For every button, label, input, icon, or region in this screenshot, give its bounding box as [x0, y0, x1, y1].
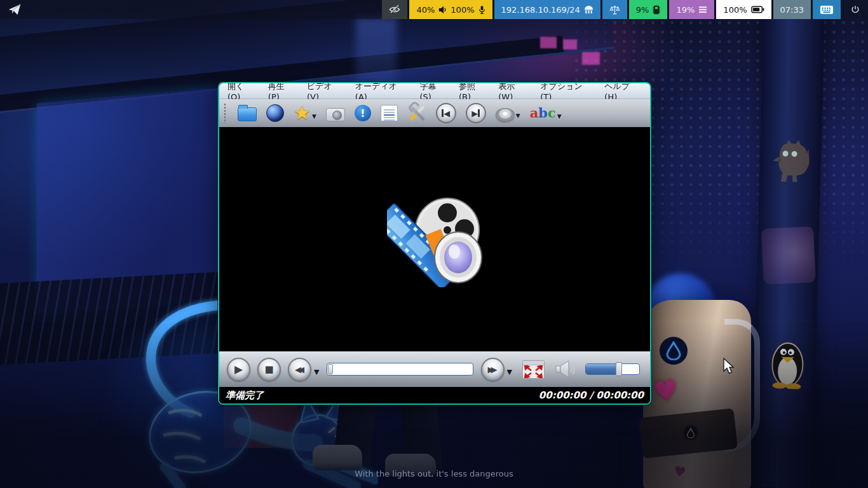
- network-icon: [584, 6, 593, 14]
- status-bar: 準備完了 00:00:00 / 00:00:00: [219, 387, 650, 403]
- wallpaper-caption: With the lights out, it's less dangerous: [0, 469, 868, 478]
- toolbar-drag-handle[interactable]: [223, 103, 227, 123]
- battery-value: 100%: [723, 5, 747, 15]
- video-display-area[interactable]: [219, 127, 650, 351]
- clock-module[interactable]: 07:33: [773, 0, 811, 19]
- mute-button[interactable]: ▼: [496, 105, 520, 121]
- fullscreen-arrows-icon: [523, 365, 544, 378]
- previous-icon: ◀: [436, 103, 456, 123]
- globe-icon: [266, 104, 284, 122]
- subtitles-dropdown-arrow[interactable]: ▼: [557, 113, 562, 122]
- preferences-button[interactable]: [407, 104, 426, 123]
- rewind-button[interactable]: ◀◀: [288, 358, 311, 381]
- topbar-left: [0, 0, 380, 19]
- play-button[interactable]: ▶: [227, 358, 250, 381]
- keyboard-layout-module[interactable]: [813, 0, 841, 19]
- cat-sticker: [771, 139, 811, 185]
- next-track-button[interactable]: ▶: [466, 103, 486, 123]
- previous-track-button[interactable]: ◀: [436, 103, 456, 123]
- microphone-icon: [478, 5, 485, 15]
- open-url-button[interactable]: [266, 104, 284, 122]
- top-status-bar: 40% 100% 192.168.10.169/24 9%: [0, 0, 868, 19]
- menu-audio[interactable]: オーディオ(A): [349, 82, 414, 102]
- battery-module[interactable]: 100%: [716, 0, 771, 19]
- audio-dropdown-arrow[interactable]: ▼: [516, 112, 520, 121]
- favorites-dropdown-arrow[interactable]: ▼: [312, 113, 316, 122]
- star-icon: ★: [294, 104, 311, 122]
- camera-icon: [326, 108, 345, 121]
- rewind-dropdown-arrow[interactable]: ▼: [314, 368, 319, 376]
- open-file-button[interactable]: [238, 105, 257, 121]
- status-text: 準備完了: [226, 390, 264, 402]
- volume-slider-fill: [586, 364, 619, 374]
- file-properties-button[interactable]: !: [355, 105, 371, 121]
- menu-browse[interactable]: 参照(B): [453, 82, 492, 102]
- next-icon: ▶: [466, 103, 486, 123]
- chip-icon: [653, 5, 660, 15]
- menu-options[interactable]: オプション(T): [534, 82, 599, 102]
- seek-slider-handle[interactable]: [328, 364, 333, 374]
- volume-speaker-icon[interactable]: [555, 360, 576, 379]
- fullscreen-button[interactable]: [522, 360, 545, 379]
- time-display: 00:00:00 / 00:00:00: [539, 390, 644, 401]
- info-icon: !: [355, 105, 371, 121]
- playlist-icon: [381, 105, 398, 121]
- list-icon: [698, 6, 707, 13]
- playlist-button[interactable]: [381, 105, 398, 121]
- power-module[interactable]: [843, 0, 868, 19]
- speaker-icon: [438, 6, 447, 14]
- screenshot-button[interactable]: [326, 105, 345, 121]
- anime-girl-sticker: [761, 226, 816, 284]
- mouse-cursor: [723, 358, 736, 376]
- memory-module[interactable]: 19%: [669, 0, 714, 19]
- subtitles-button[interactable]: abc ▼: [530, 104, 562, 122]
- menu-play[interactable]: 再生(P): [262, 82, 301, 102]
- cpu-value: 9%: [636, 5, 649, 15]
- abc-subtitles-icon: abc: [530, 104, 556, 122]
- battery-icon: [751, 6, 764, 13]
- smplayer-window: 開く(O) 再生(P) ビデオ(V) オーディオ(A) 字幕(S) 参照(B) …: [218, 82, 651, 405]
- volume-slider[interactable]: [585, 363, 640, 375]
- folder-icon: [238, 107, 257, 121]
- forward-button[interactable]: ▶▶: [481, 358, 505, 381]
- power-icon: [851, 5, 860, 14]
- stop-icon: ■: [264, 363, 273, 375]
- menu-subtitles[interactable]: 字幕(S): [414, 82, 453, 102]
- main-toolbar: ★▼ ! ◀ ▶ ▼ abc ▼: [219, 99, 650, 127]
- smplayer-logo: [387, 192, 482, 287]
- clock-value: 07:33: [780, 5, 804, 15]
- volume-slider-handle[interactable]: [616, 362, 622, 376]
- stop-button[interactable]: ■: [257, 358, 281, 381]
- wallpaper-pink-windows: [538, 33, 607, 84]
- network-module[interactable]: 192.168.10.169/24: [494, 0, 600, 19]
- audio-module[interactable]: 40% 100%: [409, 0, 492, 19]
- eye-slash-icon: [389, 4, 400, 15]
- menu-video[interactable]: ビデオ(V): [301, 82, 349, 102]
- menu-open[interactable]: 開く(O): [222, 82, 262, 102]
- forward-dropdown-arrow[interactable]: ▼: [507, 368, 512, 376]
- favorites-button[interactable]: ★▼: [294, 104, 316, 122]
- mic-value: 100%: [451, 5, 474, 15]
- scales-icon: [609, 4, 620, 15]
- menu-bar: 開く(O) 再生(P) ビデオ(V) オーディオ(A) 字幕(S) 参照(B) …: [219, 83, 650, 99]
- forward-icon: ▶▶: [488, 365, 494, 374]
- control-bar: ▶ ■ ◀◀ ▼ ▶▶ ▼: [219, 351, 650, 387]
- play-icon: ▶: [234, 363, 243, 376]
- memory-value: 19%: [676, 5, 695, 15]
- mute-icon: [496, 108, 515, 121]
- ip-address: 192.168.10.169/24: [501, 5, 580, 15]
- keyboard-icon: [820, 5, 834, 15]
- screen-reader-module[interactable]: [382, 0, 407, 19]
- rewind-icon: ◀◀: [295, 365, 301, 374]
- scales-module[interactable]: [602, 0, 627, 19]
- cpu-module[interactable]: 9%: [629, 0, 668, 19]
- menu-view[interactable]: 表示(W): [492, 82, 534, 102]
- seek-slider[interactable]: [327, 363, 473, 376]
- tools-icon: [407, 104, 426, 123]
- paper-plane-icon[interactable]: [8, 3, 22, 17]
- menu-help[interactable]: ヘルプ(H): [599, 82, 648, 102]
- volume-value: 40%: [416, 5, 435, 15]
